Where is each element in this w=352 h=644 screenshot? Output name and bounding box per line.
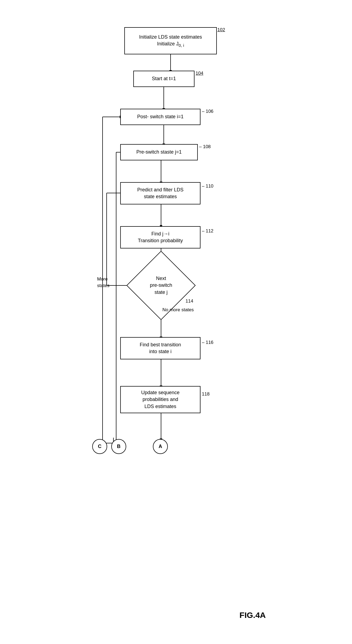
circle-c-label: C (98, 444, 101, 449)
ref-104: 104 (196, 71, 203, 76)
circle-b-label: B (117, 444, 121, 449)
box116-line1: Find best transition (140, 341, 181, 348)
box118-line1: Update sequence (141, 389, 180, 396)
box106-label: Post- switch state i=1 (137, 113, 184, 120)
box102-line1: Initialize LDS state estimates (139, 34, 202, 41)
box-start: Start at t=1 (133, 71, 194, 87)
box-update-sequence: Update sequence probabilities and LDS es… (120, 386, 200, 413)
box112-line2: Transition probability (138, 237, 183, 244)
connector-lines (81, 11, 271, 636)
diagram-container: Initialize LDS state estimates Initializ… (81, 11, 271, 636)
circle-a: A (153, 439, 168, 454)
more-states-label: Morestates (97, 276, 109, 289)
circle-a-label: A (159, 444, 162, 449)
ref-110: – 110 (202, 183, 214, 189)
box112-line1: Find j→i (138, 231, 183, 237)
box-find-best-transition: Find best transition into state i (120, 337, 200, 359)
ref-112: – 112 (202, 228, 214, 234)
circle-c: C (92, 439, 107, 454)
box104-label: Start at t=1 (152, 75, 176, 82)
box118-line2: probabilities and (141, 396, 180, 403)
ref-102: 102 (217, 27, 225, 33)
box110-line1: Predict and filter LDS (137, 186, 183, 193)
box-post-switch: Post- switch state i=1 (120, 109, 200, 125)
diamond-text: Nextpre-switchstate j (150, 275, 172, 296)
diamond-next-preswitch: Nextpre-switchstate j (137, 266, 186, 304)
ref-106: – 106 (202, 109, 214, 114)
box110-line2: state estimates (137, 193, 183, 200)
box-initialize-lds: Initialize LDS state estimates Initializ… (124, 27, 217, 54)
box-predict-filter: Predict and filter LDS state estimates (120, 182, 200, 204)
ref-116: – 116 (202, 340, 214, 345)
circle-b: B (111, 439, 126, 454)
box116-line2: into state i (140, 348, 181, 355)
ref-108: – 108 (199, 144, 211, 150)
ref-118: 118 (202, 391, 209, 397)
no-more-states-label: No more states (162, 307, 194, 313)
box-pre-switch: Pre-switch staste j=1 (120, 144, 198, 160)
ref-114: 114 (186, 298, 193, 304)
box118-line3: LDS estimates (141, 403, 180, 410)
figure-label: FIG.4A (239, 611, 266, 620)
box108-label: Pre-switch staste j=1 (136, 149, 182, 155)
box102-line2: Initialize J0, i (139, 41, 202, 48)
box-transition-prob: Find j→i Transition probability (120, 226, 200, 248)
